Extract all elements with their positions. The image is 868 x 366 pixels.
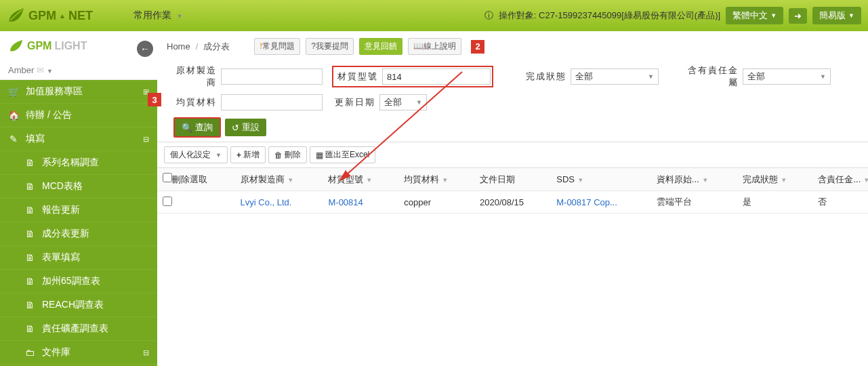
doc-icon: 🗎	[24, 228, 35, 239]
delete-button[interactable]: 🗑刪除	[268, 146, 307, 163]
col-sds[interactable]: SDS▾	[551, 168, 651, 191]
content: Home / 成分表 !常見問題 ?我要提問 意見回饋 📖線上說明 2 原材製造…	[157, 31, 868, 366]
col-material[interactable]: 均質材料▾	[398, 168, 474, 191]
nav-series-survey[interactable]: 🗎系列名稱調查	[0, 151, 157, 175]
leaf-icon	[8, 38, 24, 54]
model-input[interactable]	[382, 68, 491, 85]
doc-icon: 🗎	[24, 323, 35, 334]
model-link[interactable]: M-00814	[328, 197, 363, 207]
manufacturer-link[interactable]: Lvyi Co., Ltd.	[241, 197, 292, 207]
manufacturer-label: 原材製造商	[173, 64, 217, 89]
target-label: 操作對象: C27-1599237445099[綠易股份有限公司(產品)]	[499, 9, 720, 22]
info-icon: ⓘ	[484, 9, 493, 22]
trash-icon: 🗑	[274, 150, 283, 160]
nav-minerals[interactable]: 🗎責任礦產調查表	[0, 317, 157, 341]
doc-icon: 🗎	[24, 205, 35, 216]
collapse-sidebar-button[interactable]: ←	[137, 41, 153, 57]
help-button[interactable]: 📖線上說明	[408, 38, 461, 55]
material-cell: copper	[398, 191, 474, 214]
nav-report-update[interactable]: 🗎報告更新	[0, 199, 157, 222]
sidebar: GPM LIGHT ← Amber ✉▼ 🛒 加值服務專區 ⊞ 🏠 待辦 / 公…	[0, 31, 157, 366]
top-menu-item[interactable]: 常用作業 ▼	[133, 9, 183, 22]
home-icon: 🏠	[8, 110, 19, 121]
callout-2: 2	[471, 40, 484, 54]
action-row: 🔍查詢 ↺重設	[157, 113, 868, 142]
simple-mode-button[interactable]: 簡易版▼	[812, 7, 861, 24]
nav-composition-update[interactable]: 🗎成分表更新	[0, 222, 157, 246]
source-cell: 雲端平台	[651, 191, 737, 214]
table-header-row: 刪除選取 原材製造商▾ 材質型號▾ 均質材料▾ 文件日期 SDS▾ 資料原始..…	[157, 168, 868, 191]
nav-value-added[interactable]: 🛒 加值服務專區 ⊞	[0, 80, 157, 104]
filter-icon[interactable]: ▾	[289, 176, 293, 184]
status-select[interactable]: 全部▼	[571, 68, 659, 85]
doc-icon: 🗎	[24, 157, 35, 168]
filter-row-2: 3 均質材料 更新日期 全部▼	[157, 92, 868, 113]
manufacturer-input[interactable]	[221, 68, 323, 85]
filter-icon[interactable]: ▾	[703, 176, 707, 184]
sds-link[interactable]: M-00817 Cop...	[556, 197, 617, 207]
update-date-label: 更新日期	[332, 96, 375, 108]
user-row[interactable]: Amber ✉▼	[0, 61, 157, 80]
doc-icon: 🗎	[24, 300, 35, 310]
nav-todo[interactable]: 🏠 待辦 / 公告	[0, 104, 157, 127]
col-date[interactable]: 文件日期	[474, 168, 551, 191]
nav-form-fill[interactable]: 🗎表單填寫	[0, 246, 157, 270]
breadcrumb-home[interactable]: Home	[167, 41, 190, 52]
breadcrumb: Home / 成分表 !常見問題 ?我要提問 意見回饋 📖線上說明 2	[157, 31, 868, 62]
ask-button[interactable]: ?我要提問	[306, 38, 354, 55]
logo-light: GPM LIGHT ←	[0, 31, 157, 61]
faq-button[interactable]: !常見問題	[254, 38, 300, 55]
material-input[interactable]	[221, 94, 323, 110]
doc-icon: 🗎	[24, 276, 35, 287]
metal-select[interactable]: 全部▼	[743, 68, 831, 85]
top-right: ⓘ 操作對象: C27-1599237445099[綠易股份有限公司(產品)] …	[484, 7, 861, 24]
nav-mcd[interactable]: 🗎MCD表格	[0, 175, 157, 199]
nav-ca65[interactable]: 🗎加州65調查表	[0, 270, 157, 293]
metal-label: 含有責任金屬	[682, 64, 739, 89]
status-label: 完成狀態	[523, 70, 566, 83]
brand-suffix: NET	[68, 9, 93, 23]
col-resp1[interactable]: 含責任金...▾	[812, 168, 868, 191]
filter-icon[interactable]: ▾	[865, 176, 868, 184]
col-status[interactable]: 完成狀態▾	[737, 168, 813, 191]
data-table: 刪除選取 原材製造商▾ 材質型號▾ 均質材料▾ 文件日期 SDS▾ 資料原始..…	[157, 167, 868, 214]
reset-button[interactable]: ↺重設	[225, 119, 266, 136]
excel-icon: ▦	[316, 150, 323, 160]
brand-text: GPM	[28, 9, 56, 23]
filter-icon[interactable]: ▾	[443, 176, 447, 184]
export-excel-button[interactable]: ▦匯出至Excel	[310, 146, 375, 163]
table-row[interactable]: Lvyi Co., Ltd. M-00814 copper 2020/08/15…	[157, 191, 868, 214]
top-bar: GPM ▲ NET 常用作業 ▼ ⓘ 操作對象: C27-15992374450…	[0, 0, 868, 31]
filter-row-1: 原材製造商 材質型號 完成狀態 全部▼ 含有責任金屬 全部▼	[157, 62, 868, 92]
envelope-icon: ✉	[37, 65, 44, 75]
edit-icon: ✎	[8, 134, 19, 144]
doc-icon: 🗎	[24, 252, 35, 263]
feedback-button[interactable]: 意見回饋	[359, 38, 402, 55]
filter-icon[interactable]: ▾	[579, 176, 583, 184]
row-checkbox[interactable]	[163, 197, 172, 206]
update-date-select[interactable]: 全部▼	[379, 94, 427, 110]
breadcrumb-current: 成分表	[203, 41, 230, 53]
filter-icon[interactable]: ▾	[367, 176, 371, 184]
nav-docs-folder[interactable]: 🗀 文件庫 ⊟	[0, 341, 157, 365]
personal-settings-button[interactable]: 個人化設定▼	[164, 146, 228, 163]
col-delete[interactable]: 刪除選取	[157, 168, 235, 191]
col-model[interactable]: 材質型號▾	[323, 168, 398, 191]
logout-button[interactable]: ➜	[789, 8, 807, 24]
select-all-checkbox[interactable]	[163, 173, 172, 182]
col-manufacturer[interactable]: 原材製造商▾	[235, 168, 323, 191]
leaf-icon	[7, 6, 26, 25]
material-label: 均質材料	[173, 96, 217, 108]
col-source[interactable]: 資料原始...▾	[651, 168, 737, 191]
lang-button[interactable]: 繁體中文▼	[726, 7, 783, 24]
reset-icon: ↺	[232, 123, 239, 133]
filter-icon[interactable]: ▾	[782, 176, 786, 184]
date-cell: 2020/08/15	[474, 191, 551, 214]
nav: 🛒 加值服務專區 ⊞ 🏠 待辦 / 公告 ✎ 填寫 ⊟ 🗎系列名稱調查 🗎MCD…	[0, 80, 157, 366]
search-icon: 🔍	[182, 123, 192, 133]
status-cell: 是	[737, 191, 813, 214]
add-button[interactable]: +新增	[230, 146, 266, 163]
nav-fill[interactable]: ✎ 填寫 ⊟	[0, 127, 157, 151]
nav-reach[interactable]: 🗎REACH調查表	[0, 293, 157, 317]
search-button[interactable]: 🔍查詢	[173, 117, 221, 138]
